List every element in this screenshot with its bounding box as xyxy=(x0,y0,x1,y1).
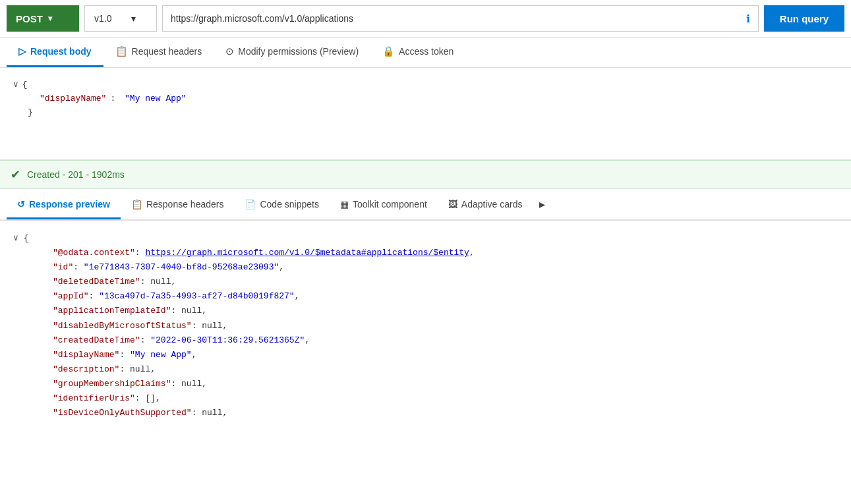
created-comma: , xyxy=(305,333,310,348)
resp-description: "description" : null, xyxy=(13,362,838,377)
resp-id: "id" : "1e771843-7307-4040-bf8d-95268ae2… xyxy=(13,260,838,275)
resp-deleted-datetime: "deletedDateTime" : null, xyxy=(13,275,838,289)
code-line-close: } xyxy=(13,106,838,120)
disabled-by-ms-comma: , xyxy=(222,319,227,333)
response-body: ∨ { "@odata.context" : https://graph.mic… xyxy=(0,221,851,431)
request-body-section: ∨ { "displayName": "My new App" } xyxy=(0,68,851,160)
created-colon: : xyxy=(140,333,151,348)
app-template-key: "applicationTemplateId" xyxy=(53,304,171,318)
version-chevron: ▾ xyxy=(131,13,136,24)
resp-display-name: "displayName" : "My new App", xyxy=(13,348,838,362)
tab-request-body-label: Request body xyxy=(30,46,92,57)
desc-colon: : xyxy=(119,362,130,377)
tab-code-snippets[interactable]: 📄 Code snippets xyxy=(234,191,330,219)
id-colon: : xyxy=(73,260,84,275)
description-value: null xyxy=(130,362,150,377)
id-value: "1e771843-7307-4040-bf8d-95268ae23093" xyxy=(84,260,279,275)
resp-odata-context: "@odata.context" : https://graph.microso… xyxy=(13,246,838,260)
tab-toolkit-component-label: Toolkit component xyxy=(353,199,427,210)
version-select[interactable]: v1.0 ▾ xyxy=(84,5,157,32)
tab-request-body[interactable]: ▷ Request body xyxy=(7,38,103,67)
appid-colon: : xyxy=(89,289,100,304)
display-name-value: "My new App" xyxy=(125,92,187,106)
tab-access-token-label: Access token xyxy=(399,46,454,57)
tab-adaptive-cards[interactable]: 🖼 Adaptive cards xyxy=(438,191,533,219)
collapse-icon[interactable]: ∨ xyxy=(13,78,18,92)
method-button[interactable]: POST ▾ xyxy=(7,5,79,32)
info-icon[interactable]: ℹ xyxy=(746,13,750,25)
resp-disabled-by-ms: "disabledByMicrosoftStatus" : null, xyxy=(13,319,838,333)
colon1: : xyxy=(110,92,121,106)
tab-response-headers[interactable]: 📋 Response headers xyxy=(121,191,235,219)
is-device-comma: , xyxy=(222,406,227,420)
disabled-by-ms-key: "disabledByMicrosoftStatus" xyxy=(53,319,192,333)
disabled-by-ms-value: null xyxy=(202,319,222,333)
deleted-datetime-value: null xyxy=(150,275,171,289)
request-body-icon: ▷ xyxy=(18,45,26,57)
resp-app-template-id: "applicationTemplateId" : null, xyxy=(13,304,838,318)
tab-toolkit-component[interactable]: ▦ Toolkit component xyxy=(330,191,438,219)
resp-display-name-value: "My new App" xyxy=(130,348,192,362)
resp-display-name-key: "displayName" xyxy=(53,348,119,362)
created-datetime-key: "createdDateTime" xyxy=(53,333,140,348)
deleted-comma: , xyxy=(171,275,176,289)
url-bar[interactable]: https://graph.microsoft.com/v1.0/applica… xyxy=(162,5,759,32)
toolkit-icon: ▦ xyxy=(340,199,349,210)
desc-comma: , xyxy=(150,362,156,377)
group-membership-value: null xyxy=(181,377,202,391)
resp-display-colon: : xyxy=(119,348,130,362)
created-datetime-value: "2022-06-30T11:36:29.5621365Z" xyxy=(150,333,305,348)
more-tabs-button[interactable]: ▸ xyxy=(533,189,552,219)
code-line-displayname: "displayName": "My new App" xyxy=(40,92,838,106)
odata-context-url[interactable]: https://graph.microsoft.com/v1.0/$metada… xyxy=(145,246,469,260)
response-preview-icon: ↺ xyxy=(17,199,25,210)
request-tab-bar: ▷ Request body 📋 Request headers ⊙ Modif… xyxy=(0,38,851,68)
tab-modify-permissions-label: Modify permissions (Preview) xyxy=(238,46,359,57)
tab-modify-permissions[interactable]: ⊙ Modify permissions (Preview) xyxy=(214,38,370,67)
app-template-colon: : xyxy=(171,304,181,318)
close-brace: } xyxy=(28,106,33,120)
modify-permissions-icon: ⊙ xyxy=(225,45,234,57)
resp-appid: "appId" : "13ca497d-7a35-4993-af27-d84b0… xyxy=(13,289,838,304)
response-headers-icon: 📋 xyxy=(131,199,142,210)
identifier-uris-value: [] xyxy=(145,391,156,406)
identifier-uris-key: "identifierUris" xyxy=(53,391,135,406)
is-device-only-value: null xyxy=(202,406,222,420)
deleted-colon: : xyxy=(140,275,151,289)
id-key: "id" xyxy=(53,260,73,275)
run-query-button[interactable]: Run query xyxy=(764,5,844,32)
resp-collapse-icon[interactable]: ∨ xyxy=(13,231,18,246)
request-headers-icon: 📋 xyxy=(115,45,128,57)
group-comma: , xyxy=(202,377,207,391)
tab-request-headers-label: Request headers xyxy=(132,46,202,57)
tab-code-snippets-label: Code snippets xyxy=(260,199,319,210)
resp-display-comma: , xyxy=(192,348,197,362)
app-template-value: null xyxy=(181,304,202,318)
tab-adaptive-cards-label: Adaptive cards xyxy=(461,199,523,210)
identifier-comma: , xyxy=(156,391,161,406)
group-colon: : xyxy=(171,377,181,391)
app-template-comma: , xyxy=(202,304,207,318)
open-brace: { xyxy=(22,78,28,92)
resp-open-brace-char: { xyxy=(24,231,29,246)
url-text: https://graph.microsoft.com/v1.0/applica… xyxy=(171,13,746,24)
odata-context-key: "@odata.context" xyxy=(53,246,135,260)
tab-response-preview[interactable]: ↺ Response preview xyxy=(7,191,121,219)
id-comma: , xyxy=(279,260,284,275)
resp-group-membership: "groupMembershipClaims" : null, xyxy=(13,377,838,391)
appid-key: "appId" xyxy=(53,289,89,304)
access-token-icon: 🔒 xyxy=(382,45,395,57)
status-check-icon: ✔ xyxy=(11,167,20,182)
identifier-colon: : xyxy=(135,391,146,406)
resp-is-device-only: "isDeviceOnlyAuthSupported" : null, xyxy=(13,406,838,420)
tab-request-headers[interactable]: 📋 Request headers xyxy=(103,38,214,67)
version-label: v1.0 xyxy=(94,13,111,24)
tab-access-token[interactable]: 🔒 Access token xyxy=(370,38,465,67)
odata-comma: , xyxy=(469,246,475,260)
deleted-datetime-key: "deletedDateTime" xyxy=(53,275,140,289)
description-key: "description" xyxy=(53,362,119,377)
group-membership-key: "groupMembershipClaims" xyxy=(53,377,171,391)
method-chevron: ▾ xyxy=(48,14,52,23)
response-tab-bar: ↺ Response preview 📋 Response headers 📄 … xyxy=(0,189,851,221)
resp-identifier-uris: "identifierUris" : [], xyxy=(13,391,838,406)
